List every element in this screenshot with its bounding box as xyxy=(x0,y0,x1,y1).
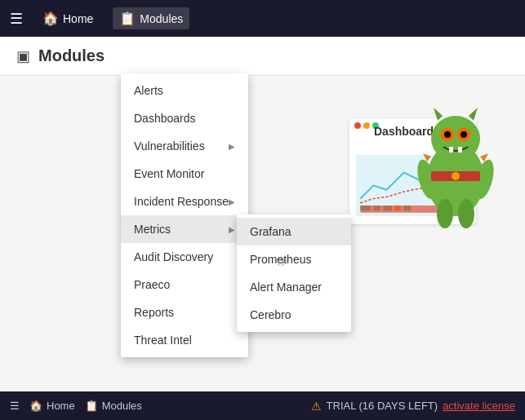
dot-orange xyxy=(363,122,370,129)
svg-marker-23 xyxy=(469,108,478,121)
svg-point-10 xyxy=(444,131,451,138)
nav-modules[interactable]: 📋 Modules xyxy=(113,7,189,29)
submenu-item-grafana[interactable]: Grafana xyxy=(237,218,351,245)
metrics-submenu: Grafana Prometheus Alert Manager Cerebro xyxy=(237,214,351,332)
home-icon: 🏠 xyxy=(42,11,59,26)
bottom-navigation: ☰ 🏠 Home 📋 Modules ⚠ TRIAL (16 DAYS LEFT… xyxy=(0,391,525,420)
bottom-home-icon: 🏠 xyxy=(29,400,42,412)
trial-notice: ⚠ TRIAL (16 DAYS LEFT) activate license xyxy=(311,400,515,413)
page-header-icon: ▣ xyxy=(16,47,30,65)
svg-rect-13 xyxy=(458,147,462,153)
menu-item-vulnerabilities[interactable]: Vulnerabilities ▶ xyxy=(121,132,248,160)
top-navigation: ☰ 🏠 Home 📋 Modules xyxy=(0,0,525,37)
activate-license-link[interactable]: activate license xyxy=(443,400,515,412)
main-content: ▣ Modules Dashboards xyxy=(0,37,525,391)
svg-rect-12 xyxy=(449,147,453,153)
chevron-right-icon-2: ▶ xyxy=(229,197,235,206)
menu-item-reports[interactable]: Reports xyxy=(121,298,248,326)
menu-item-audit-discovery[interactable]: Audit Discovery xyxy=(121,243,248,271)
menu-item-dashboards[interactable]: Dashboards xyxy=(121,104,248,132)
monster-svg xyxy=(407,90,505,228)
svg-point-16 xyxy=(437,199,453,228)
bottom-modules-icon: 📋 xyxy=(85,400,98,412)
svg-point-19 xyxy=(452,172,460,180)
page-header: ▣ Modules xyxy=(0,37,525,76)
menu-item-alerts[interactable]: Alerts xyxy=(121,77,248,104)
bottom-home-label: Home xyxy=(47,400,75,412)
dot-red xyxy=(354,122,361,129)
submenu-item-cerebro[interactable]: Cerebro xyxy=(237,301,351,329)
svg-point-11 xyxy=(460,131,467,138)
nav-home[interactable]: 🏠 Home xyxy=(36,7,100,29)
bottom-hamburger[interactable]: ☰ xyxy=(10,400,20,412)
svg-point-17 xyxy=(458,199,474,228)
page-title: Modules xyxy=(38,46,105,65)
bottom-nav-modules[interactable]: 📋 Modules xyxy=(85,400,142,412)
warning-icon: ⚠ xyxy=(311,400,322,413)
menu-item-threat-intel[interactable]: Threat Intel xyxy=(121,326,248,354)
hamburger-menu[interactable]: ☰ xyxy=(10,10,23,28)
menu-item-event-monitor[interactable]: Event Monitor xyxy=(121,160,248,188)
monster-character xyxy=(403,82,509,237)
chevron-right-icon: ▶ xyxy=(229,142,235,151)
bottom-modules-label: Modules xyxy=(102,400,142,412)
modules-dropdown: Alerts Dashboards Vulnerabilities ▶ Even… xyxy=(121,73,248,357)
menu-item-metrics[interactable]: Metrics ▶ xyxy=(121,215,248,243)
svg-point-7 xyxy=(431,116,480,161)
menu-item-praeco[interactable]: Praeco xyxy=(121,271,248,298)
submenu-item-prometheus[interactable]: Prometheus xyxy=(237,245,351,273)
trial-text: TRIAL (16 DAYS LEFT) xyxy=(327,400,438,412)
chevron-right-icon-3: ▶ xyxy=(229,225,235,234)
menu-item-incident-response[interactable]: Incident Response ▶ xyxy=(121,188,248,215)
nav-modules-label: Modules xyxy=(140,12,183,25)
bottom-nav-home[interactable]: 🏠 Home xyxy=(29,400,75,412)
modules-icon: 📋 xyxy=(119,11,136,26)
submenu-item-alert-manager[interactable]: Alert Manager xyxy=(237,273,351,301)
svg-marker-22 xyxy=(434,108,443,121)
nav-home-label: Home xyxy=(63,12,93,25)
